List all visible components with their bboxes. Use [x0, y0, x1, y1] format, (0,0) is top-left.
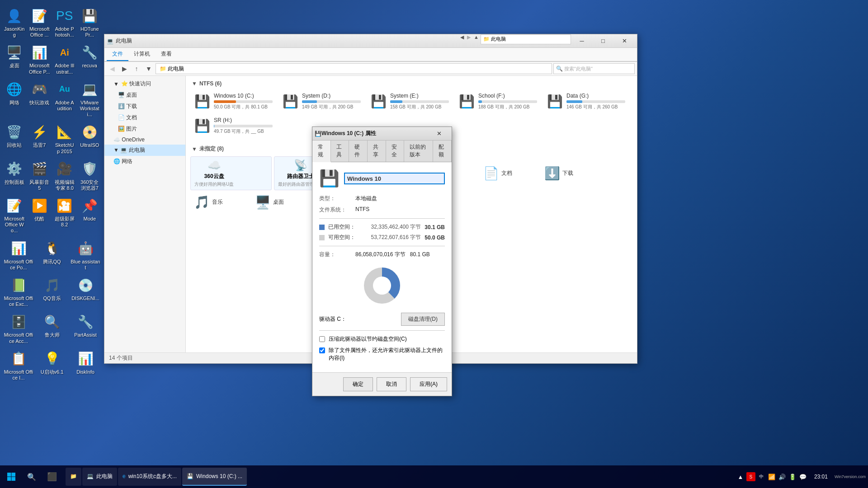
tray-battery-icon[interactable]: 🔋 [788, 472, 797, 481]
desktop-icon-ms-word[interactable]: 📝 Microsoft Office Wo... [2, 194, 27, 236]
desktop-icon-desktop[interactable]: 🖥️ 桌面 [2, 41, 27, 77]
folder-music[interactable]: 🎵 音乐 [190, 192, 249, 212]
drive-e[interactable]: 💾 System (E:) 158 GB 可用，共 200 GB [367, 90, 453, 113]
dialog-tab-previous[interactable]: 以前的版本 [404, 141, 433, 162]
desktop-icon-photoshop[interactable]: PS Adobe Photosh... [52, 5, 77, 40]
tray-sougou-icon[interactable]: S [746, 472, 755, 481]
folder-desktop[interactable]: 🖥️ 桌面 [251, 192, 310, 212]
forward-button[interactable]: ▶ [119, 63, 130, 74]
taskbar-app-this-pc[interactable]: 💻 此电脑 [82, 468, 117, 486]
back-button[interactable]: ◀ [107, 63, 118, 74]
desktop-icon-ms-office-po[interactable]: 📊 Microsoft Office Po... [2, 237, 35, 273]
close-button[interactable]: ✕ [614, 34, 635, 48]
sidebar-desktop[interactable]: 🖥️ 桌面 [104, 89, 185, 101]
titlebar-up-btn[interactable]: ▲ [472, 34, 480, 48]
desktop-icon-illustrator[interactable]: Ai Adobe Illustrat... [52, 41, 77, 77]
sidebar-pictures[interactable]: 🖼️ 图片 [104, 123, 185, 135]
desktop-icon-ms-access[interactable]: 🗄️ Microsoft Office Acc... [2, 310, 35, 346]
sidebar-onedrive[interactable]: ☁️ OneDrive [104, 135, 185, 145]
desktop-icon-control-panel[interactable]: ⚙️ 控制面板 [2, 158, 27, 193]
dialog-tab-general[interactable]: 常规 [312, 141, 331, 162]
recent-locations-button[interactable]: ▼ [143, 63, 154, 74]
sidebar-this-pc[interactable]: ▼ 💻 此电脑 [104, 145, 185, 156]
desktop-icon-video-expert[interactable]: 🎥 视频编辑专家 8.0 [52, 158, 77, 193]
desktop-icon-ms-office-p[interactable]: 📊 Microsoft Office P... [28, 41, 52, 77]
desktop-icon-games[interactable]: 🎮 快玩游戏 [28, 78, 52, 120]
taskbar-app-browser[interactable]: e win10系统c盘多大... [118, 468, 181, 486]
taskbar-app-properties[interactable]: 💾 Windows 10 (C:) ... [182, 468, 247, 486]
dialog-close-button[interactable]: ✕ [429, 127, 449, 141]
drive-d[interactable]: 💾 System (D:) 149 GB 可用，共 200 GB [278, 90, 364, 113]
drive-g[interactable]: 💾 Data (G:) 146 GB 可用，共 260 GB [543, 90, 629, 113]
folder-downloads[interactable]: ⬇️ 下载 [541, 156, 599, 190]
desktop-icon-ludawei[interactable]: 🔍 鲁大师 [36, 310, 68, 346]
folder-360cloud[interactable]: ☁️ 360云盘 方便好用的网络U盘 [190, 156, 272, 190]
desktop-icon-ms-onenote[interactable]: 📋 Microsoft Office I... [2, 347, 35, 383]
dialog-tab-security[interactable]: 安全 [386, 141, 405, 162]
desktop-icon-qqmusic[interactable]: 🎵 QQ音乐 [36, 274, 68, 310]
titlebar-address[interactable]: 📁 此电脑 [481, 34, 571, 44]
start-button[interactable] [0, 465, 23, 488]
search-box[interactable]: 🔍 搜索"此电脑" [553, 63, 635, 74]
desktop-icon-360safe[interactable]: 🛡️ 360安全浏览器7 [78, 158, 102, 193]
drive-f[interactable]: 💾 School (F:) 188 GB 可用，共 200 GB [455, 90, 541, 113]
desktop-icon-partassist[interactable]: 🔧 PartAssist [69, 310, 102, 346]
desktop-icon-uqidong[interactable]: 💡 U启动v6.1 [36, 347, 68, 383]
dialog-tab-sharing[interactable]: 共享 [368, 141, 386, 162]
desktop-icon-qq[interactable]: 🐧 腾讯QQ [36, 237, 68, 273]
desktop-icon-ms-office[interactable]: 📝 Microsoft Office ... [28, 5, 52, 40]
index-checkbox[interactable] [319, 347, 325, 353]
desktop-icon-youku[interactable]: ▶️ 优酷 [28, 194, 52, 236]
desktop-icon-network[interactable]: 🌐 网络 [2, 78, 27, 120]
cancel-button[interactable]: 取消 [377, 377, 406, 391]
desktop-icon-fengbao[interactable]: 🎬 风暴影音5 [28, 158, 52, 193]
tray-expand-icon[interactable]: ▲ [736, 472, 745, 481]
address-input[interactable]: 📁 此电脑 [156, 63, 552, 74]
titlebar-forward-btn[interactable]: ▶ [466, 34, 472, 48]
desktop-icon-blue-assistant[interactable]: 🤖 Blue assistant [69, 237, 102, 273]
tray-volume-icon[interactable]: 🔊 [778, 472, 787, 481]
tray-action-center-icon[interactable]: 💬 [798, 472, 807, 481]
taskbar-clock[interactable]: 23:01 [810, 474, 832, 480]
up-button[interactable]: ↑ [131, 63, 142, 74]
desktop-icon-sketchup[interactable]: 📐 SketchUp 2015 [52, 121, 77, 156]
tab-view[interactable]: 查看 [156, 48, 177, 61]
desktop-icon-diskgenius[interactable]: 💿 DISKGENI... [69, 274, 102, 310]
ok-button[interactable]: 确定 [343, 377, 373, 391]
desktop-icon-vmware[interactable]: 💻 VMware Workstati... [78, 78, 102, 120]
tab-computer[interactable]: 计算机 [128, 48, 156, 61]
disk-clean-button[interactable]: 磁盘清理(D) [401, 313, 445, 326]
tab-file[interactable]: 文件 [107, 48, 128, 61]
desktop-icon-recuva[interactable]: 🔧 recuva [78, 41, 102, 77]
tray-network-icon[interactable]: 📶 [767, 472, 776, 481]
desktop-icon-diskinfo[interactable]: 📊 DiskInfo [69, 347, 102, 383]
sidebar-download[interactable]: ⬇️ 下载 [104, 101, 185, 112]
folder-documents[interactable]: 📄 文档 [480, 156, 538, 190]
tray-ime-icon[interactable]: 中 [757, 472, 766, 481]
sidebar-quick-access[interactable]: ▼ ⭐ 快速访问 [104, 78, 185, 89]
drive-name-input[interactable] [344, 173, 445, 184]
desktop-icon-adobe-audition[interactable]: Au Adobe Audition [52, 78, 77, 120]
drive-c[interactable]: 💾 Windows 10 (C:) 50.0 GB 可用，共 80.1 GB [190, 90, 276, 113]
dialog-tab-quota[interactable]: 配额 [433, 141, 452, 162]
sidebar-network[interactable]: 🌐 网络 [104, 156, 185, 167]
desktop-icon-mode[interactable]: 📌 Mode [78, 194, 102, 236]
desktop-icon-xunlei[interactable]: ⚡ 迅雷7 [28, 121, 52, 156]
taskbar-search-button[interactable]: 🔍 [23, 465, 41, 488]
desktop-icon-ms-excel[interactable]: 📗 Microsoft Office Exc... [2, 274, 35, 310]
drive-h[interactable]: 💾 SR (H:) 49.7 GB 可用，共 __ GB [190, 115, 276, 137]
titlebar-back-btn[interactable]: ◀ [459, 34, 465, 48]
minimize-button[interactable]: ─ [571, 34, 592, 48]
desktop-icon-chaoji[interactable]: 🎦 超级影屏 8.2 [52, 194, 77, 236]
desktop-icon-ultraiso[interactable]: 📀 UltraISO [78, 121, 102, 156]
task-view-button[interactable]: ⬛ [41, 465, 63, 488]
desktop-icon-recycle[interactable]: 🗑️ 回收站 [2, 121, 27, 156]
dialog-tab-hardware[interactable]: 硬件 [349, 141, 368, 162]
desktop-icon-hdtune[interactable]: 💾 HDTunePr... [78, 5, 102, 40]
desktop-icon-jasonking[interactable]: 👤 JasonKing [2, 5, 27, 40]
compress-checkbox[interactable] [319, 336, 325, 342]
dialog-tab-tools[interactable]: 工具 [331, 141, 349, 162]
apply-button[interactable]: 应用(A) [410, 377, 447, 391]
sidebar-documents[interactable]: 📄 文档 [104, 112, 185, 123]
taskbar-file-explorer[interactable]: 📁 [66, 468, 81, 486]
